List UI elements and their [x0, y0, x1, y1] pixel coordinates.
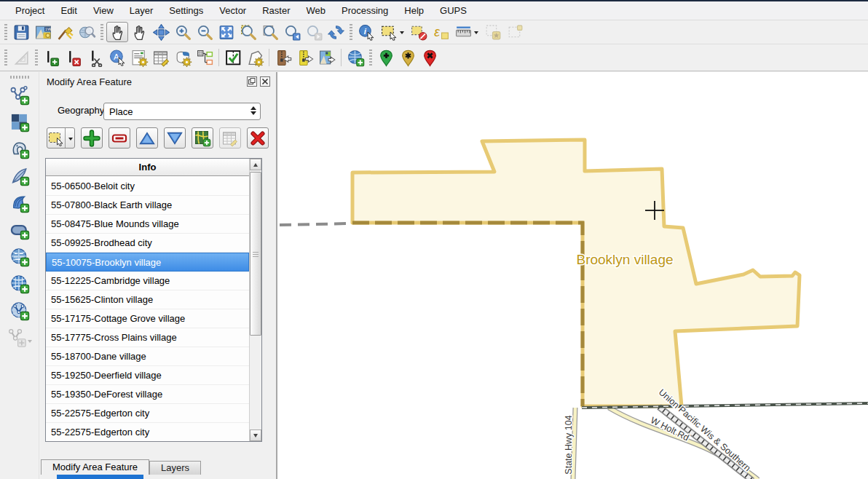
measure-tool-button[interactable]: [451, 22, 482, 42]
scroll-thumb[interactable]: [250, 172, 261, 336]
identify-features-button[interactable]: i: [355, 22, 377, 42]
add-area-button[interactable]: [81, 127, 103, 149]
modify-point-marker-button[interactable]: [397, 47, 419, 68]
map-management-button[interactable]: 1W: [32, 22, 54, 42]
import-project-zip-button[interactable]: [272, 47, 294, 68]
add-vector-layer-button[interactable]: [7, 82, 33, 108]
add-wms-layer-button[interactable]: [7, 243, 33, 270]
add-basemap-button[interactable]: [344, 47, 366, 68]
cleanup-tool-button[interactable]: [54, 22, 76, 42]
edit-attributes-button[interactable]: [150, 47, 172, 68]
panel-close-button[interactable]: [260, 76, 270, 87]
deselect-features-button[interactable]: [408, 22, 430, 42]
touch-zoom-tool-button[interactable]: [106, 22, 128, 42]
list-item[interactable]: 55-10075-Brooklyn village: [46, 253, 249, 272]
delete-linear-feature-button[interactable]: [63, 47, 84, 68]
toolbar-separator: [341, 49, 342, 66]
list-item[interactable]: 55-17175-Cottage Grove village: [46, 309, 249, 328]
menu-item-project[interactable]: Project: [7, 1, 52, 20]
menu-item-edit[interactable]: Edit: [52, 1, 84, 20]
select-by-expression-button[interactable]: ε: [430, 22, 451, 42]
hierarchy-tool-button[interactable]: [194, 47, 216, 68]
add-wfs-layer-button[interactable]: [7, 297, 33, 324]
zoom-in-tool-button[interactable]: [172, 22, 194, 42]
menu-item-view[interactable]: View: [85, 1, 122, 20]
menu-item-raster[interactable]: Raster: [254, 1, 298, 20]
menu-item-help[interactable]: Help: [396, 1, 432, 20]
export-map-button[interactable]: [316, 47, 338, 68]
menu-item-web[interactable]: Web: [299, 1, 334, 20]
next-feature-button[interactable]: [164, 127, 186, 149]
pan-to-selection-icon: [152, 23, 170, 41]
place-label: Brooklyn village: [576, 252, 673, 267]
select-features-button[interactable]: [377, 22, 408, 42]
add-spatialite-layer-button[interactable]: [7, 162, 33, 189]
zoom-to-layer-button[interactable]: [259, 22, 281, 42]
display-all-names-button[interactable]: [128, 47, 150, 68]
polygon-review-button[interactable]: [244, 47, 266, 68]
scroll-up-icon[interactable]: [250, 159, 261, 170]
panel-float-button[interactable]: [247, 76, 257, 87]
menu-item-gups[interactable]: GUPS: [432, 1, 475, 20]
add-postgis-layer-button[interactable]: [7, 135, 33, 162]
list-item[interactable]: 55-22575-Edgerton city: [46, 423, 249, 441]
chevron-down-icon[interactable]: [28, 340, 32, 345]
zoom-last-button[interactable]: [281, 22, 303, 42]
geography-select[interactable]: Place: [103, 103, 261, 120]
add-point-marker-button[interactable]: [375, 47, 397, 68]
split-linear-feature-button[interactable]: [84, 47, 106, 68]
previous-feature-button[interactable]: [136, 127, 158, 149]
map-canvas[interactable]: Brooklyn village Union Pacific Wis & Sou…: [277, 72, 868, 479]
chevron-down-icon[interactable]: [474, 31, 478, 36]
list-item[interactable]: 55-18700-Dane village: [46, 347, 249, 366]
menu-item-layer[interactable]: Layer: [122, 1, 162, 20]
attribute-table-icon: [221, 130, 239, 147]
add-wfs-layer-icon: [9, 301, 30, 321]
save-project-button[interactable]: [10, 22, 32, 42]
menu-item-vector[interactable]: Vector: [211, 1, 254, 20]
scroll-down-icon[interactable]: [250, 429, 261, 441]
cancel-action-button[interactable]: [247, 127, 269, 149]
list-item[interactable]: 55-17775-Cross Plains village: [46, 328, 249, 347]
add-to-map-button[interactable]: [192, 127, 213, 149]
menu-item-processing[interactable]: Processing: [334, 1, 396, 20]
add-linear-feature-button[interactable]: [41, 47, 63, 68]
refresh-map-button[interactable]: [325, 22, 347, 42]
chevron-down-icon[interactable]: [400, 31, 404, 36]
delete-point-marker-button[interactable]: [419, 47, 441, 68]
list-item[interactable]: 55-19250-Deerfield village: [46, 366, 249, 385]
remove-area-button[interactable]: [108, 127, 130, 149]
zoom-to-selection-button[interactable]: [237, 22, 259, 42]
pan-map-tool-button[interactable]: [128, 22, 150, 42]
zoom-last-icon: [283, 23, 301, 41]
label-tool-button[interactable]: A: [106, 47, 128, 68]
add-mssql-layer-button[interactable]: [7, 189, 33, 216]
add-wcs-layer-button[interactable]: [7, 270, 33, 297]
list-item[interactable]: 55-12225-Cambridge village: [46, 272, 249, 290]
list-item[interactable]: 55-15625-Clinton village: [46, 290, 249, 309]
tab-modify-area-feature[interactable]: Modify Area Feature: [41, 459, 149, 475]
globe-search-tool-button[interactable]: [76, 22, 98, 42]
scrollbar[interactable]: [249, 159, 261, 441]
validate-edits-button[interactable]: [222, 47, 244, 68]
list-item[interactable]: 55-08475-Blue Mounds village: [46, 215, 249, 234]
export-project-zip-button[interactable]: [294, 47, 316, 68]
list-item[interactable]: 55-19350-DeForest village: [46, 385, 249, 404]
list-item[interactable]: 55-22575-Edgerton city: [46, 404, 249, 423]
menu-item-settings[interactable]: Settings: [161, 1, 211, 20]
list-item[interactable]: 55-06500-Beloit city: [46, 177, 249, 196]
pan-to-selection-button[interactable]: [150, 22, 172, 42]
list-item[interactable]: 55-07800-Black Earth village: [46, 196, 249, 215]
chevron-down-icon[interactable]: [65, 128, 74, 148]
place-polygon[interactable]: [352, 140, 800, 406]
add-oracle-layer-button[interactable]: [7, 216, 33, 243]
list-item[interactable]: 55-09925-Brodhead city: [46, 234, 249, 253]
measure-tool-icon: [454, 23, 473, 41]
add-raster-layer-button[interactable]: [7, 108, 33, 135]
previous-feature-icon: [138, 130, 156, 147]
zoom-full-extent-button[interactable]: [216, 22, 237, 42]
tab-layers[interactable]: Layers: [149, 461, 201, 475]
geography-review-button[interactable]: [172, 47, 194, 68]
select-area-feature-button[interactable]: [47, 127, 75, 149]
zoom-out-tool-button[interactable]: [194, 22, 216, 42]
